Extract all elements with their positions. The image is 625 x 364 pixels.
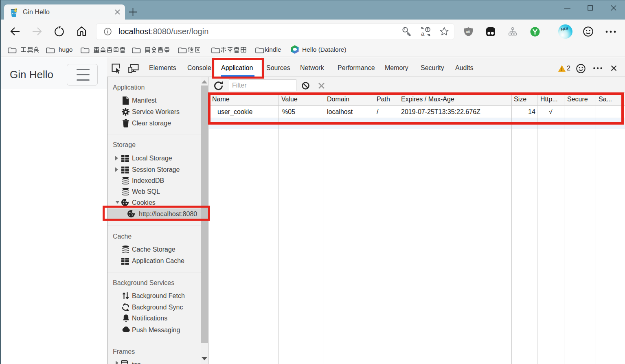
svg-text:a: a bbox=[421, 30, 425, 37]
svg-text:u0: u0 bbox=[466, 30, 470, 34]
